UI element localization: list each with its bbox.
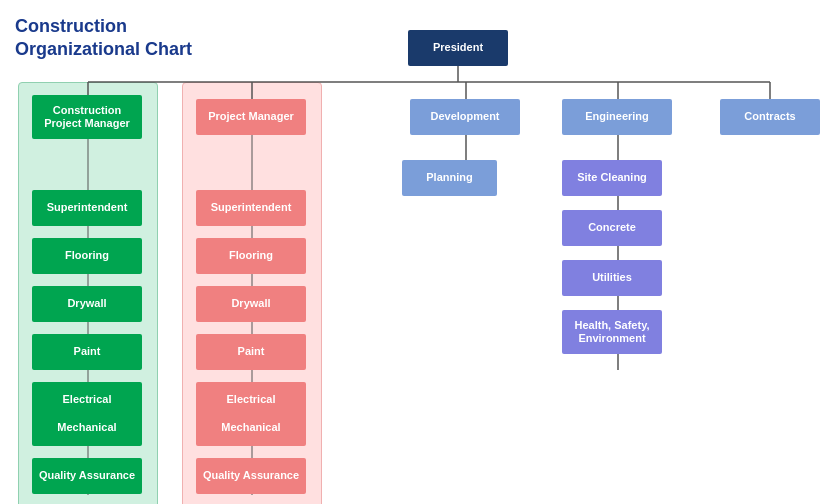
pink-mechanical: Mechanical — [196, 410, 306, 446]
pink-flooring: Flooring — [196, 238, 306, 274]
pink-qa: Quality Assurance — [196, 458, 306, 494]
president-node: President — [408, 30, 508, 66]
pink-paint: Paint — [196, 334, 306, 370]
pink-superintendent: Superintendent — [196, 190, 306, 226]
pink-drywall: Drywall — [196, 286, 306, 322]
green-drywall: Drywall — [32, 286, 142, 322]
planning-node: Planning — [402, 160, 497, 196]
contracts-node: Contracts — [720, 99, 820, 135]
pm-node: Project Manager — [196, 99, 306, 135]
site-cleaning-node: Site Cleaning — [562, 160, 662, 196]
green-superintendent: Superintendent — [32, 190, 142, 226]
concrete-node: Concrete — [562, 210, 662, 246]
utilities-node: Utilities — [562, 260, 662, 296]
green-qa: Quality Assurance — [32, 458, 142, 494]
chart-title: Construction Organizational Chart — [15, 15, 192, 62]
development-node: Development — [410, 99, 520, 135]
hse-node: Health, Safety, Environment — [562, 310, 662, 354]
green-paint: Paint — [32, 334, 142, 370]
engineering-node: Engineering — [562, 99, 672, 135]
cpm-node: Construction Project Manager — [32, 95, 142, 139]
org-chart: Construction Organizational Chart — [0, 0, 833, 504]
green-mechanical: Mechanical — [32, 410, 142, 446]
green-flooring: Flooring — [32, 238, 142, 274]
